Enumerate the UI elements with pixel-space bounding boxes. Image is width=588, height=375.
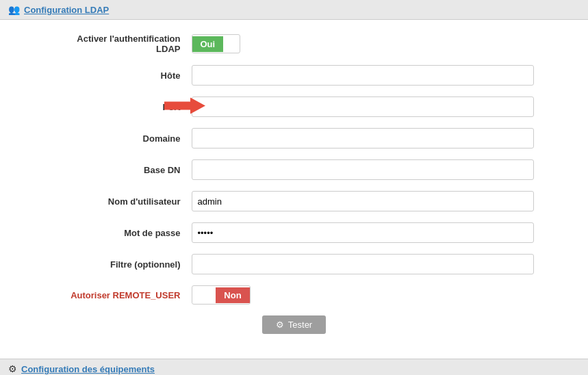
tester-row: ⚙ Tester (55, 315, 534, 334)
remote-user-row: Autoriser REMOTE_USER Non (55, 285, 534, 305)
page-wrapper: 👥 Configuration LDAP Activer l'authentif… (0, 0, 588, 375)
hote-input[interactable] (192, 65, 534, 86)
tester-label: Tester (288, 320, 312, 330)
footer-title[interactable]: Configuration des équipements (21, 364, 155, 374)
svg-marker-0 (164, 98, 205, 114)
remote-toggle-non-btn[interactable]: Non (216, 287, 249, 303)
remote-user-toggle[interactable]: Non (192, 285, 251, 305)
password-input[interactable] (192, 222, 534, 243)
ldap-header-icon: 👥 (8, 4, 20, 15)
tester-button[interactable]: ⚙ Tester (262, 315, 326, 334)
username-row: Nom d'utilisateur (55, 191, 534, 211)
remote-user-label: Autoriser REMOTE_USER (55, 290, 192, 300)
page-title[interactable]: Configuration LDAP (24, 5, 109, 15)
ldap-auth-label: Activer l'authentification LDAP (55, 34, 192, 54)
main-content: Activer l'authentification LDAP Oui Hôte… (0, 20, 588, 359)
port-input[interactable] (192, 96, 534, 117)
password-label: Mot de passe (55, 228, 192, 238)
ldap-auth-toggle[interactable]: Oui (192, 34, 241, 53)
remote-toggle-oui-btn[interactable] (192, 287, 216, 303)
domaine-input[interactable] (192, 128, 534, 148)
filtre-row: Filtre (optionnel) (55, 254, 534, 274)
red-arrow-icon (164, 98, 205, 114)
ldap-auth-row: Activer l'authentification LDAP Oui (55, 34, 534, 54)
ldap-auth-toggle-area: Oui (192, 34, 241, 53)
ldap-toggle-oui-btn[interactable]: Oui (192, 36, 224, 52)
hote-label: Hôte (55, 70, 192, 81)
port-row: Port (55, 96, 534, 117)
username-input[interactable] (192, 191, 534, 211)
basedn-label: Base DN (55, 165, 192, 175)
ldap-toggle-non-btn[interactable] (223, 41, 240, 47)
footer-icon: ⚙ (8, 363, 17, 374)
password-row: Mot de passe (55, 222, 534, 243)
form-container: Activer l'authentification LDAP Oui Hôte… (55, 34, 534, 345)
domaine-row: Domaine (55, 128, 534, 148)
page-header: 👥 Configuration LDAP (0, 0, 588, 20)
filtre-label: Filtre (optionnel) (55, 259, 192, 270)
tester-icon: ⚙ (276, 320, 284, 330)
basedn-row: Base DN (55, 159, 534, 180)
hote-row: Hôte (55, 65, 534, 86)
username-label: Nom d'utilisateur (55, 196, 192, 207)
basedn-input[interactable] (192, 159, 534, 180)
port-arrow-indicator (164, 98, 205, 116)
remote-toggle-area: Non (192, 285, 251, 305)
filtre-input[interactable] (192, 254, 534, 274)
page-footer: ⚙ Configuration des équipements (0, 359, 588, 375)
domaine-label: Domaine (55, 133, 192, 144)
